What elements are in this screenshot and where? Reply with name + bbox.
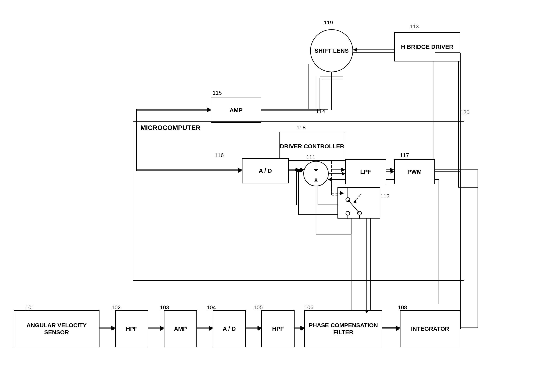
ref-120: 120: [460, 109, 469, 116]
svg-marker-18: [207, 107, 211, 111]
ref-119: 119: [324, 19, 333, 26]
ref-104: 104: [207, 304, 216, 311]
integrator-block: INTEGRATOR: [400, 310, 460, 347]
svg-line-62: [348, 200, 360, 213]
svg-marker-79: [396, 327, 400, 331]
svg-marker-69: [111, 327, 115, 331]
lpf-block: LPF: [345, 159, 386, 184]
svg-marker-73: [209, 327, 213, 331]
ref-106: 106: [304, 304, 313, 311]
ref-113: 113: [410, 23, 419, 30]
switch-svg: [338, 188, 381, 219]
svg-marker-71: [160, 327, 164, 331]
ref-115: 115: [213, 90, 222, 96]
ref-105: 105: [254, 304, 263, 311]
svg-marker-48: [257, 326, 261, 330]
ad-top-block: A / D: [242, 158, 289, 183]
hpf1-block: HPF: [115, 310, 148, 347]
amp-bottom-block: AMP: [164, 310, 197, 347]
svg-marker-52: [396, 326, 400, 330]
ref-102: 102: [111, 304, 121, 311]
ref-118: 118: [297, 125, 306, 131]
ref-117: 117: [400, 152, 409, 159]
svg-marker-75: [258, 327, 261, 331]
svg-marker-46: [209, 326, 213, 330]
switch-block: [338, 187, 380, 219]
summing-junction: +−: [303, 161, 329, 186]
svg-marker-77: [301, 327, 304, 331]
svg-marker-42: [111, 326, 115, 330]
diagram-container: 119 SHIFT LENS 113 H BRIDGE DRIVER 114 1…: [0, 0, 538, 392]
svg-marker-34: [396, 326, 400, 330]
hpf2-block: HPF: [261, 310, 295, 347]
ref-108: 108: [398, 304, 407, 311]
ref-112: 112: [380, 193, 390, 199]
phase-comp-block: PHASE COMPENSATION FILTER: [304, 310, 382, 347]
svg-marker-44: [160, 326, 164, 330]
h-bridge-driver-block: H BRIDGE DRIVER: [394, 32, 460, 61]
svg-marker-109: [207, 108, 211, 112]
svg-marker-50: [300, 326, 304, 330]
angular-velocity-block: ANGULAR VELOCITY SENSOR: [14, 310, 99, 347]
ref-103: 103: [160, 304, 169, 311]
svg-marker-81: [353, 48, 357, 52]
ref-101: 101: [25, 304, 35, 311]
ad-bottom-block: A / D: [213, 310, 246, 347]
shift-lens-block: SHIFT LENS: [310, 29, 353, 72]
ref-114: 114: [316, 108, 325, 115]
amp-top-block: AMP: [211, 98, 261, 123]
ref-116: 116: [215, 152, 224, 159]
svg-point-59: [346, 211, 350, 215]
pwm-block: PWM: [394, 159, 435, 184]
microcomputer-label: MICROCOMPUTER: [140, 124, 200, 131]
ref-111: 111: [306, 154, 315, 160]
